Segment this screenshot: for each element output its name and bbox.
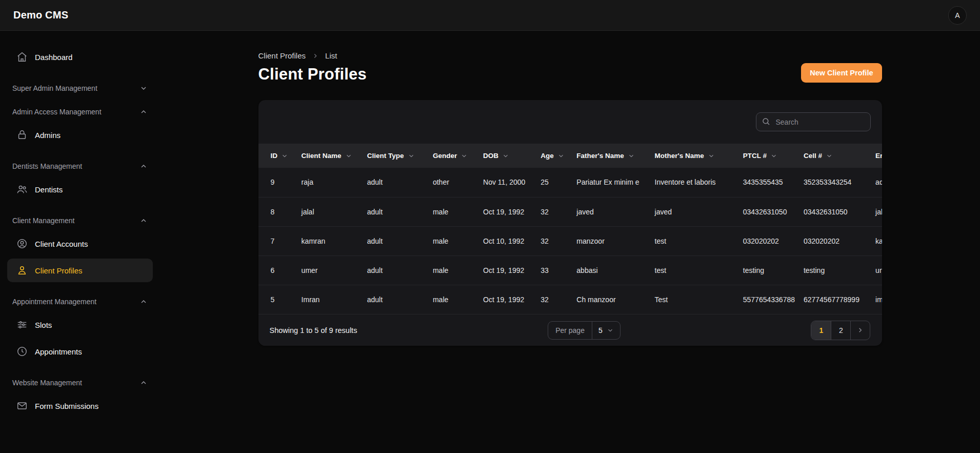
column-header-client-name[interactable]: Client Name (295, 144, 361, 168)
column-header-age[interactable]: Age (534, 144, 570, 168)
table-row[interactable]: 7kamranadultmaleOct 10, 199232manzoortes… (258, 226, 882, 255)
chevron-down-icon (607, 327, 614, 334)
table-cell: ad (869, 168, 882, 197)
sort-chevron-icon (461, 152, 468, 160)
column-label: ID (271, 152, 278, 160)
table-cell: 7 (258, 226, 295, 255)
sidebar: Dashboard Super Admin Management Admin A… (0, 31, 160, 453)
sidebar-section-appointments[interactable]: Appointment Management (12, 298, 148, 306)
table-row[interactable]: 5ImranadultmaleOct 19, 199232Ch manzoorT… (258, 285, 882, 314)
table-cell: 5577654336788 (737, 285, 797, 314)
sidebar-item-label: Appointments (35, 347, 82, 356)
sidebar-item-label: Client Accounts (35, 240, 88, 248)
sidebar-item-appointments[interactable]: Appointments (7, 340, 153, 363)
sidebar-section-dentists[interactable]: Dentists Management (12, 162, 148, 170)
column-header-client-type[interactable]: Client Type (361, 144, 427, 168)
table-cell: other (427, 168, 477, 197)
pagination-next-button[interactable] (850, 321, 870, 340)
sidebar-item-label: Form Submissions (35, 402, 98, 410)
column-label: Mother's Name (655, 152, 704, 160)
pagination-page-1[interactable]: 1 (811, 321, 831, 340)
table-cell: testing (737, 255, 797, 285)
per-page-label: Per page (548, 326, 592, 334)
sidebar-section-website[interactable]: Website Management (12, 379, 148, 387)
column-label: Cell # (804, 152, 822, 160)
sidebar-section-super-admin[interactable]: Super Admin Management (12, 84, 148, 92)
clock-icon (16, 346, 28, 357)
table-cell: 9 (258, 168, 295, 197)
sliders-icon (16, 319, 28, 330)
column-label: Father's Name (576, 152, 624, 160)
sidebar-item-client-accounts[interactable]: Client Accounts (7, 232, 153, 255)
table-cell: 25 (534, 168, 570, 197)
sidebar-item-admins[interactable]: Admins (7, 123, 153, 147)
app-title: Demo CMS (13, 9, 68, 21)
table-cell: adult (361, 168, 427, 197)
table-row[interactable]: 9rajaadultotherNov 11, 200025Pariatur Ex… (258, 168, 882, 197)
sidebar-item-dashboard[interactable]: Dashboard (7, 45, 153, 69)
table-cell: Oct 19, 1992 (477, 197, 534, 226)
table-cell: male (427, 255, 477, 285)
table-cell: Oct 19, 1992 (477, 285, 534, 314)
table-cell: jalal (295, 197, 361, 226)
table-cell: test (649, 255, 737, 285)
sort-chevron-icon (826, 152, 833, 160)
sidebar-section-client-management[interactable]: Client Management (12, 216, 148, 225)
table-cell: abbasi (570, 255, 648, 285)
column-header-cell[interactable]: Cell # (797, 144, 869, 168)
sidebar-item-slots[interactable]: Slots (7, 313, 153, 337)
sort-chevron-icon (770, 152, 777, 160)
table-row[interactable]: 8jalaladultmaleOct 19, 199232javedjaved0… (258, 197, 882, 226)
column-header-id[interactable]: ID (258, 144, 295, 168)
chevron-right-icon (856, 326, 864, 334)
breadcrumb-client-profiles[interactable]: Client Profiles (258, 51, 306, 60)
column-header-gender[interactable]: Gender (427, 144, 477, 168)
avatar-initial: A (955, 11, 959, 19)
table-row[interactable]: 6umeradultmaleOct 19, 199233abbasitestte… (258, 255, 882, 285)
table-cell: 62774567778999 (797, 285, 869, 314)
user-icon (16, 265, 28, 276)
column-header-father-s-name[interactable]: Father's Name (570, 144, 648, 168)
table-cell: adult (361, 226, 427, 255)
column-header-mother-s-name[interactable]: Mother's Name (649, 144, 737, 168)
new-client-profile-button[interactable]: New Client Profile (801, 63, 882, 83)
pagination-page-2[interactable]: 2 (831, 321, 850, 340)
sidebar-item-form-submissions[interactable]: Form Submissions (7, 394, 153, 418)
table-cell: 352353343254 (797, 168, 869, 197)
chevron-up-icon (139, 379, 148, 387)
table-footer: Showing 1 to 5 of 9 results Per page 5 1 (258, 314, 882, 346)
table-card: IDClient NameClient TypeGenderDOBAgeFath… (258, 100, 882, 346)
search-input[interactable] (756, 112, 871, 131)
search-icon (762, 117, 771, 126)
user-circle-icon (16, 238, 28, 249)
client-profiles-table: IDClient NameClient TypeGenderDOBAgeFath… (258, 144, 882, 314)
sidebar-section-admin-access[interactable]: Admin Access Management (12, 108, 148, 116)
column-header-ptcl[interactable]: PTCL # (737, 144, 797, 168)
column-header-email[interactable]: Email (869, 144, 882, 168)
table-cell: Nov 11, 2000 (477, 168, 534, 197)
breadcrumb-list: List (325, 51, 337, 60)
table-cell: kamran (295, 226, 361, 255)
per-page-select[interactable]: Per page 5 (548, 321, 621, 340)
table-cell: 32 (534, 226, 570, 255)
chevron-up-icon (139, 216, 148, 225)
column-label: PTCL # (743, 152, 767, 160)
per-page-value: 5 (598, 326, 603, 334)
sort-chevron-icon (557, 152, 565, 160)
table-cell: Oct 19, 1992 (477, 255, 534, 285)
sort-chevron-icon (708, 152, 715, 160)
sidebar-item-dentists[interactable]: Dentists (7, 178, 153, 201)
table-cell: adult (361, 197, 427, 226)
column-label: Client Name (302, 152, 342, 160)
home-icon (16, 51, 28, 63)
table-cell: testing (797, 255, 869, 285)
page-title: Client Profiles (258, 65, 367, 84)
column-header-dob[interactable]: DOB (477, 144, 534, 168)
table-cell: 32 (534, 285, 570, 314)
sidebar-item-client-profiles[interactable]: Client Profiles (7, 259, 153, 282)
chevron-up-icon (139, 162, 148, 170)
user-avatar[interactable]: A (948, 6, 967, 25)
table-cell: javed (649, 197, 737, 226)
mail-icon (16, 400, 28, 411)
main-content: Client Profiles List Client Profiles New… (160, 31, 980, 453)
